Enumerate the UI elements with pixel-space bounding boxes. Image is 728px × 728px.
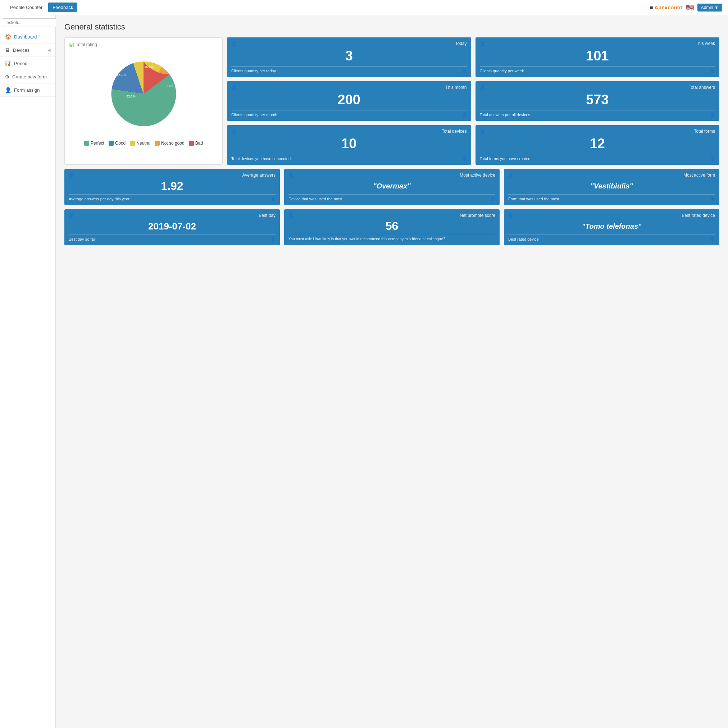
tab-bar: People Counter Feedback: [6, 3, 77, 12]
perfect-color: [84, 141, 89, 146]
stat-card-total-forms: 👤 Total forms 12 Total forms you have cr…: [476, 125, 720, 165]
active-form-header: 👤 Most active form: [508, 173, 715, 178]
sidebar-item-create-form[interactable]: ⊕ Create new form: [0, 70, 55, 83]
tab-people-counter[interactable]: People Counter: [6, 3, 47, 12]
stat-subtext-week: Clients quantity per week: [480, 69, 524, 73]
user-icon-best-day-footer: 👤: [271, 237, 275, 242]
svg-text:4.9%: 4.9%: [162, 67, 169, 70]
user-icon-month: 👤: [231, 85, 237, 90]
legend-label-neutral: Neutral: [136, 141, 150, 146]
best-day-subtext: Best day so far: [69, 237, 95, 242]
main-content: General statistics 📊 Total rating: [56, 15, 728, 728]
sidebar-item-dashboard[interactable]: 🏠 Dashboard: [0, 30, 55, 44]
chevron-right-icon: ◀: [47, 48, 50, 52]
tab-feedback[interactable]: Feedback: [48, 3, 77, 12]
stat-subtext-today: Clients quantity per today: [231, 69, 276, 73]
best-rated-subtext: Best rated device: [508, 237, 539, 242]
best-rated-label: Best rated device: [682, 213, 715, 218]
stats-grid: 👤 Today 3 Clients quantity per today 👤 👤…: [227, 37, 719, 165]
active-form-label: Most active form: [684, 173, 715, 178]
legend-not-so-good: Not so good: [154, 141, 185, 146]
avg-answers-header: 👤 Average answers: [69, 173, 275, 178]
stat-card-forms-header: 👤 Total forms: [480, 129, 716, 134]
app-body: 🔍 🏠 Dashboard 🖥 Devices ◀ 📊 Period ⊕ Cre…: [0, 15, 728, 728]
stat-footer-week: Clients quantity per week 👤: [480, 66, 716, 73]
stat-subtext-forms: Total forms you have created: [480, 156, 531, 161]
active-device-header: 👤 Most active device: [289, 173, 495, 178]
sidebar: 🔍 🏠 Dashboard 🖥 Devices ◀ 📊 Period ⊕ Cre…: [0, 15, 56, 728]
active-form-value: "Vestibiulis": [508, 182, 715, 190]
legend-label-perfect: Perfect: [91, 141, 104, 146]
chart-card: 📊 Total rating: [64, 37, 223, 165]
nps-subtext: You must ask: How likely is that you wou…: [289, 237, 445, 241]
nps-value: 56: [289, 219, 495, 233]
period-icon: 📊: [5, 60, 11, 66]
user-icon-forms: 👤: [480, 129, 485, 134]
card-net-promote-score: 👤 Net promote score 56 You must ask: How…: [284, 210, 500, 245]
active-form-subtext: Form that was used the most: [508, 197, 559, 202]
svg-text:53.3%: 53.3%: [126, 95, 136, 98]
card-best-day: 👤 Best day 2019-07-02 Best day so far 👤: [64, 210, 280, 245]
legend-label-bad: Bad: [195, 141, 203, 146]
card-most-active-form: 👤 Most active form "Vestibiulis" Form th…: [504, 169, 719, 205]
create-form-icon: ⊕: [5, 74, 9, 80]
neutral-color: [130, 141, 135, 146]
sidebar-label-period: Period: [14, 61, 28, 66]
best-rated-header: 👤 Best rated device: [508, 213, 715, 218]
stat-value-devices: 10: [231, 136, 467, 151]
card-avg-answers: 👤 Average answers 1.92 Average answers p…: [64, 169, 280, 205]
user-icon-answers-footer: 👤: [710, 113, 715, 117]
stat-label-month: This month: [445, 85, 466, 90]
stat-subtext-devices: Total devices you have connected: [231, 156, 291, 161]
svg-text:7.2%: 7.2%: [166, 84, 173, 87]
user-icon-active-device-footer: 👤: [490, 197, 495, 202]
legend-label-not-so-good: Not so good: [161, 141, 185, 146]
user-icon-devices: 👤: [231, 129, 237, 134]
user-icon-avg: 👤: [69, 173, 74, 178]
stat-card-month-header: 👤 This month: [231, 85, 467, 90]
admin-button[interactable]: Admin ▼: [697, 4, 722, 12]
stat-card-this-month: 👤 This month 200 Clients quantity per mo…: [227, 81, 471, 121]
legend-perfect: Perfect: [84, 141, 104, 146]
best-rated-footer: Best rated device 👤: [508, 234, 715, 242]
user-icon-active-form: 👤: [508, 173, 514, 178]
stat-value-month: 200: [231, 92, 467, 107]
devices-icon: 🖥: [5, 47, 10, 53]
user-icon-forms-footer: 👤: [710, 156, 715, 161]
legend-neutral: Neutral: [130, 141, 150, 146]
active-device-label: Most active device: [460, 173, 495, 178]
stat-label-today: Today: [455, 41, 466, 46]
user-icon-active-device: 👤: [289, 173, 294, 178]
user-icon-week-footer: 👤: [710, 69, 715, 73]
best-day-label: Best day: [258, 213, 275, 218]
active-device-footer: Device that was used the most 👤: [289, 194, 495, 202]
stat-subtext-month: Clients quantity per month: [231, 113, 277, 117]
sidebar-item-form-assign[interactable]: 👤 Form assign: [0, 83, 55, 97]
top-nav-right: ■ Apexcount 🇺🇸 Admin ▼: [650, 4, 722, 12]
stat-card-devices-header: 👤 Total devices: [231, 129, 467, 134]
user-icon-best-rated: 👤: [508, 213, 514, 218]
stat-value-answers: 573: [480, 92, 716, 107]
best-day-footer: Best day so far 👤: [69, 234, 275, 242]
stat-label-answers: Total answers: [689, 85, 715, 90]
best-day-value: 2019-07-02: [69, 221, 275, 232]
user-icon-month-footer: 👤: [462, 113, 467, 117]
user-icon-active-form-footer: 👤: [710, 197, 715, 202]
chart-legend: Perfect Good Neutral Not so good: [84, 141, 203, 146]
page-title: General statistics: [64, 22, 719, 32]
best-rated-value: "Tomo telefonas": [508, 222, 715, 231]
sidebar-item-devices[interactable]: 🖥 Devices ◀: [0, 44, 55, 57]
user-icon-today-footer: 👤: [462, 69, 467, 73]
dashboard-icon: 🏠: [5, 34, 11, 40]
user-icon-answers: 👤: [480, 85, 485, 90]
user-icon-week: 👤: [480, 41, 485, 46]
search-input[interactable]: [3, 18, 62, 27]
user-icon-avg-footer: 👤: [271, 197, 275, 202]
nps-footer: You must ask: How likely is that you wou…: [289, 234, 495, 242]
svg-text:18.1%: 18.1%: [116, 73, 126, 76]
sidebar-item-period[interactable]: 📊 Period: [0, 57, 55, 70]
stat-value-forms: 12: [480, 136, 716, 151]
sidebar-label-create-form: Create new form: [12, 74, 47, 80]
brand-logo: ■ Apexcount: [650, 4, 682, 11]
stat-footer-month: Clients quantity per month 👤: [231, 110, 467, 117]
